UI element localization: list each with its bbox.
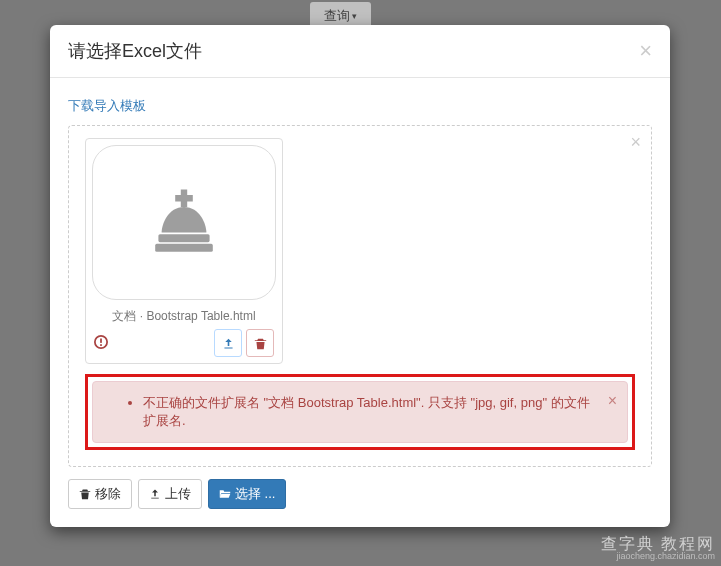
svg-rect-4 [100, 344, 102, 346]
chevron-down-icon: ▾ [352, 11, 357, 21]
alert-close-icon[interactable]: × [608, 392, 617, 410]
thumb-delete-button[interactable] [246, 329, 274, 357]
select-button-label: 选择 ... [235, 485, 275, 503]
trash-icon [254, 337, 267, 350]
close-icon[interactable]: × [639, 40, 652, 62]
modal-header: 请选择Excel文件 × [50, 25, 670, 78]
remove-button-label: 移除 [95, 485, 121, 503]
file-preview-image [92, 145, 276, 300]
svg-rect-3 [100, 338, 102, 342]
modal-body: 下载导入模板 × 文档 · Bootstrap Table.html [50, 78, 670, 527]
select-button[interactable]: 选择 ... [208, 479, 286, 509]
error-alert: × 不正确的文件扩展名 "文档 Bootstrap Table.html". 只… [92, 381, 628, 443]
svg-rect-1 [155, 243, 213, 251]
thumb-upload-button[interactable] [214, 329, 242, 357]
thumb-actions [92, 329, 276, 357]
chess-king-icon [144, 183, 224, 263]
watermark-main: 查字典 教程网 [601, 535, 715, 552]
upload-icon [149, 488, 161, 500]
excel-upload-modal: 请选择Excel文件 × 下载导入模板 × 文档 · Bootstrap Tab… [50, 25, 670, 527]
remove-button[interactable]: 移除 [68, 479, 132, 509]
download-template-link[interactable]: 下载导入模板 [68, 98, 146, 113]
error-indicator-icon [94, 335, 108, 352]
watermark-sub: jiaocheng.chazidian.com [601, 552, 715, 562]
file-caption: 文档 · Bootstrap Table.html [92, 308, 276, 325]
folder-open-icon [219, 488, 231, 500]
trash-icon [79, 488, 91, 500]
dropzone-close-icon[interactable]: × [630, 132, 641, 153]
upload-button-label: 上传 [165, 485, 191, 503]
modal-title: 请选择Excel文件 [68, 39, 202, 63]
toolbar: 移除 上传 选择 ... [68, 479, 652, 509]
file-dropzone[interactable]: × 文档 · Bootstrap Table.html [68, 125, 652, 467]
query-button-label: 查询 [324, 7, 350, 25]
upload-button[interactable]: 上传 [138, 479, 202, 509]
error-message: 不正确的文件扩展名 "文档 Bootstrap Table.html". 只支持… [143, 394, 597, 430]
file-thumbnail: 文档 · Bootstrap Table.html [85, 138, 283, 364]
svg-rect-0 [158, 234, 209, 242]
watermark: 查字典 教程网 jiaocheng.chazidian.com [601, 535, 715, 562]
upload-icon [222, 337, 235, 350]
error-highlight-box: × 不正确的文件扩展名 "文档 Bootstrap Table.html". 只… [85, 374, 635, 450]
